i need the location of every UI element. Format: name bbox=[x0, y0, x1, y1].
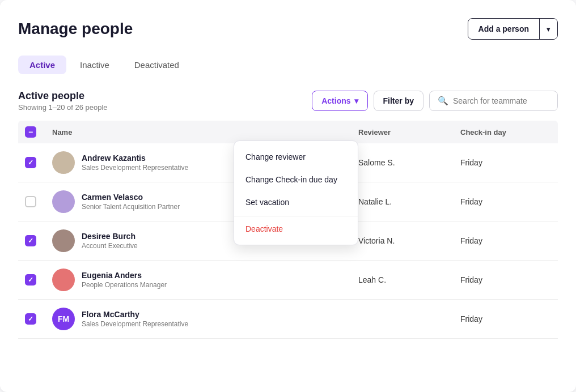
person-details-eugenia: Eugenia Anders People Operations Manager bbox=[82, 271, 167, 289]
checkin-flora: Friday bbox=[460, 314, 551, 323]
add-person-button[interactable]: Add a person bbox=[468, 19, 539, 39]
person-name-desiree: Desiree Burch bbox=[82, 232, 138, 241]
person-name-carmen: Carmen Velasco bbox=[82, 193, 180, 202]
reviewer-desiree: Victoria N. bbox=[358, 236, 460, 245]
select-all-checkbox-wrap[interactable] bbox=[25, 126, 52, 138]
col-header-name: Name bbox=[52, 128, 358, 137]
person-role-flora: Sales Development Representative bbox=[82, 320, 188, 328]
table-row: Eugenia Anders People Operations Manager… bbox=[18, 261, 558, 300]
search-input[interactable] bbox=[453, 96, 549, 105]
avatar-eugenia bbox=[52, 269, 75, 291]
dropdown-menu: Change reviewer Change Check-in due day … bbox=[234, 140, 358, 245]
page-title: Manage people bbox=[18, 20, 133, 38]
col-header-reviewer: Reviewer bbox=[358, 128, 460, 137]
checkin-carmen: Friday bbox=[460, 197, 551, 206]
reviewer-eugenia: Leah C. bbox=[358, 275, 460, 284]
chevron-down-icon: ▾ bbox=[547, 25, 550, 33]
row-checkbox-flora[interactable] bbox=[25, 313, 52, 325]
avatar-desiree bbox=[52, 229, 75, 252]
header-row: Manage people Add a person ▾ bbox=[18, 18, 558, 40]
tab-inactive[interactable]: Inactive bbox=[69, 56, 121, 74]
person-name-andrew: Andrew Kazantis bbox=[82, 154, 188, 163]
checkin-desiree: Friday bbox=[460, 236, 551, 245]
page-container: Manage people Add a person ▾ Active Inac… bbox=[0, 0, 576, 392]
person-role-eugenia: People Operations Manager bbox=[82, 281, 167, 289]
search-box: 🔍 bbox=[429, 91, 558, 111]
person-details-desiree: Desiree Burch Account Executive bbox=[82, 232, 138, 250]
person-info-eugenia: Eugenia Anders People Operations Manager bbox=[52, 269, 358, 291]
table-header: Name Reviewer Check-in day bbox=[18, 121, 558, 143]
person-details-andrew: Andrew Kazantis Sales Development Repres… bbox=[82, 154, 188, 172]
tab-active[interactable]: Active bbox=[18, 56, 66, 74]
row-checkbox-carmen[interactable] bbox=[25, 196, 52, 207]
checkin-andrew: Friday bbox=[460, 158, 551, 167]
tab-deactivated[interactable]: Deactivated bbox=[123, 56, 190, 74]
person-details-flora: Flora McCarthy Sales Development Represe… bbox=[82, 310, 188, 328]
checkbox-flora[interactable] bbox=[25, 313, 36, 325]
select-all-checkbox[interactable] bbox=[25, 126, 36, 138]
actions-label: Actions bbox=[321, 96, 350, 105]
reviewer-andrew: Salome S. bbox=[358, 158, 460, 167]
person-role-andrew: Sales Development Representative bbox=[82, 164, 188, 172]
person-role-carmen: Senior Talent Acquisition Partner bbox=[82, 203, 180, 211]
section-info: Active people Showing 1–20 of 26 people bbox=[18, 90, 108, 112]
tabs-row: Active Inactive Deactivated bbox=[18, 56, 558, 74]
search-icon: 🔍 bbox=[438, 96, 448, 106]
dropdown-change-reviewer[interactable]: Change reviewer bbox=[234, 146, 358, 168]
person-name-eugenia: Eugenia Anders bbox=[82, 271, 167, 280]
avatar-carmen bbox=[52, 190, 75, 213]
row-checkbox-desiree[interactable] bbox=[25, 235, 52, 246]
checkbox-eugenia[interactable] bbox=[25, 274, 36, 286]
table-row: FM Flora McCarthy Sales Development Repr… bbox=[18, 300, 558, 339]
filter-button[interactable]: Filter by bbox=[374, 91, 423, 111]
row-checkbox-eugenia[interactable] bbox=[25, 274, 52, 286]
col-header-checkin: Check-in day bbox=[460, 128, 551, 137]
avatar-flora: FM bbox=[52, 308, 75, 330]
dropdown-set-vacation[interactable]: Set vacation bbox=[234, 191, 358, 214]
section-title: Active people bbox=[18, 90, 108, 102]
add-person-group: Add a person ▾ bbox=[468, 18, 558, 40]
add-person-chevron-button[interactable]: ▾ bbox=[539, 19, 557, 39]
avatar-andrew bbox=[52, 151, 75, 174]
actions-chevron-icon: ▾ bbox=[354, 96, 358, 105]
section-subtitle: Showing 1–20 of 26 people bbox=[18, 103, 108, 112]
section-header: Active people Showing 1–20 of 26 people … bbox=[18, 90, 558, 112]
person-role-desiree: Account Executive bbox=[82, 242, 138, 250]
actions-button[interactable]: Actions ▾ bbox=[312, 91, 367, 111]
dropdown-deactivate[interactable]: Deactivate bbox=[234, 216, 358, 240]
dropdown-change-checkin[interactable]: Change Check-in due day bbox=[234, 168, 358, 191]
checkbox-carmen[interactable] bbox=[25, 196, 36, 207]
person-details-carmen: Carmen Velasco Senior Talent Acquisition… bbox=[82, 193, 180, 211]
reviewer-carmen: Natalie L. bbox=[358, 197, 460, 206]
row-checkbox-andrew[interactable] bbox=[25, 157, 52, 168]
toolbar-right: Actions ▾ Filter by 🔍 bbox=[312, 91, 558, 111]
person-info-flora: FM Flora McCarthy Sales Development Repr… bbox=[52, 308, 358, 330]
checkbox-andrew[interactable] bbox=[25, 157, 36, 168]
checkbox-desiree[interactable] bbox=[25, 235, 36, 246]
checkin-eugenia: Friday bbox=[460, 275, 551, 284]
person-name-flora: Flora McCarthy bbox=[82, 310, 188, 319]
